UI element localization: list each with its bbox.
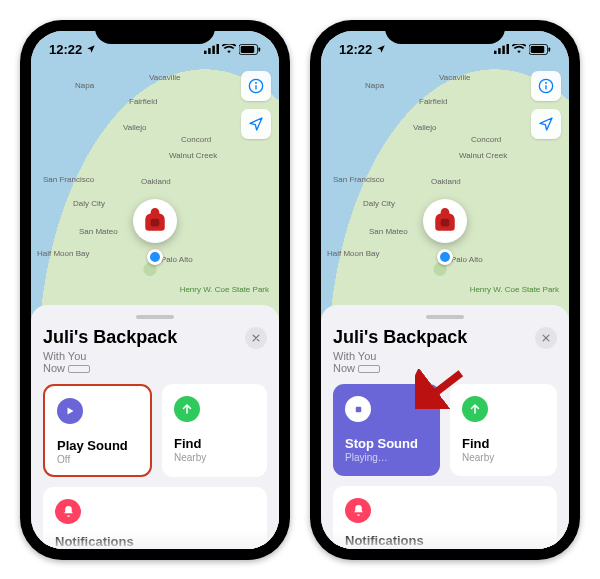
map-locate-button[interactable] bbox=[241, 109, 271, 139]
battery-level-icon bbox=[358, 365, 380, 373]
svg-rect-2 bbox=[212, 46, 215, 54]
svg-rect-10 bbox=[151, 219, 160, 227]
backpack-icon bbox=[142, 208, 168, 234]
tracked-item-pin[interactable] bbox=[133, 199, 177, 243]
location-arrow-icon bbox=[248, 116, 264, 132]
svg-point-19 bbox=[545, 82, 547, 84]
notch bbox=[95, 20, 215, 44]
location-services-icon bbox=[86, 44, 96, 54]
map-info-button[interactable] bbox=[531, 71, 561, 101]
cellular-icon bbox=[204, 44, 219, 54]
item-sheet[interactable]: Juli's Backpack With You Now bbox=[321, 305, 569, 549]
screen: 12:22 Vacaville Fairfield Napa Concord W… bbox=[321, 31, 569, 549]
sheet-header: Juli's Backpack With You Now bbox=[43, 327, 267, 374]
map-city-label: Vallejo bbox=[123, 123, 146, 132]
info-icon bbox=[248, 78, 264, 94]
close-button[interactable] bbox=[535, 327, 557, 349]
map-city-label: San Mateo bbox=[79, 227, 118, 236]
svg-rect-14 bbox=[507, 44, 510, 54]
user-location-dot bbox=[437, 249, 453, 265]
location-arrow-icon bbox=[538, 116, 554, 132]
map-city-label: Palo Alto bbox=[161, 255, 193, 264]
map-controls bbox=[241, 71, 271, 139]
map-city-label: San Francisco bbox=[43, 175, 94, 184]
svg-rect-16 bbox=[531, 46, 545, 53]
svg-rect-9 bbox=[255, 85, 256, 90]
find-status: Nearby bbox=[462, 452, 545, 463]
svg-rect-20 bbox=[545, 85, 546, 90]
map-controls bbox=[531, 71, 561, 139]
map-poi-label: Henry W. Coe State Park bbox=[470, 285, 559, 294]
phone-left: 12:22 Vacaville Fairfield Napa Concord W… bbox=[20, 20, 290, 560]
map-city-label: Vallejo bbox=[413, 123, 436, 132]
location-services-icon bbox=[376, 44, 386, 54]
item-subtitle: With You Now bbox=[43, 350, 177, 374]
map-locate-button[interactable] bbox=[531, 109, 561, 139]
map-city-label: Concord bbox=[471, 135, 501, 144]
sheet-grabber[interactable] bbox=[426, 315, 464, 319]
bell-icon bbox=[55, 499, 81, 524]
svg-rect-6 bbox=[258, 47, 260, 51]
map-city-label: Walnut Creek bbox=[169, 151, 217, 160]
battery-icon bbox=[239, 44, 261, 55]
map-city-label: Half Moon Bay bbox=[37, 249, 89, 258]
action-cards-row: Play Sound Off Find Nearby bbox=[43, 384, 267, 477]
close-icon bbox=[251, 333, 261, 343]
find-arrow-icon bbox=[462, 396, 488, 422]
backpack-icon bbox=[432, 208, 458, 234]
svg-rect-1 bbox=[208, 48, 211, 54]
sheet-header: Juli's Backpack With You Now bbox=[333, 327, 557, 374]
info-icon bbox=[538, 78, 554, 94]
notifications-title: Notifications bbox=[55, 534, 255, 549]
notifications-card[interactable]: Notifications bbox=[333, 486, 557, 549]
map-city-label: San Mateo bbox=[369, 227, 408, 236]
tracked-item-pin[interactable] bbox=[423, 199, 467, 243]
stop-icon bbox=[345, 396, 371, 422]
map-city-label: Fairfield bbox=[129, 97, 157, 106]
play-sound-card[interactable]: Play Sound Off bbox=[43, 384, 152, 477]
status-time: 12:22 bbox=[339, 42, 372, 57]
svg-rect-5 bbox=[241, 46, 255, 53]
svg-rect-17 bbox=[548, 47, 550, 51]
notch bbox=[385, 20, 505, 44]
map-city-label: Vacaville bbox=[149, 73, 180, 82]
map-city-label: Walnut Creek bbox=[459, 151, 507, 160]
item-sheet[interactable]: Juli's Backpack With You Now bbox=[31, 305, 279, 549]
map-city-label: Oakland bbox=[431, 177, 461, 186]
cellular-icon bbox=[494, 44, 509, 54]
find-card[interactable]: Find Nearby bbox=[450, 384, 557, 476]
screen: 12:22 Vacaville Fairfield Napa Concord W… bbox=[31, 31, 279, 549]
item-title: Juli's Backpack bbox=[333, 327, 467, 348]
find-title: Find bbox=[174, 436, 255, 451]
svg-rect-0 bbox=[204, 51, 207, 54]
map-city-label: San Francisco bbox=[333, 175, 384, 184]
play-icon bbox=[57, 398, 83, 424]
sheet-grabber[interactable] bbox=[136, 315, 174, 319]
svg-rect-13 bbox=[502, 46, 505, 54]
stop-sound-status: Playing… bbox=[345, 452, 428, 463]
map-city-label: Oakland bbox=[141, 177, 171, 186]
find-arrow-icon bbox=[174, 396, 200, 422]
wifi-icon bbox=[512, 44, 526, 54]
bell-icon bbox=[345, 498, 371, 523]
svg-rect-11 bbox=[494, 51, 497, 54]
play-sound-title: Play Sound bbox=[57, 438, 138, 453]
svg-rect-3 bbox=[217, 44, 220, 54]
map-city-label: Half Moon Bay bbox=[327, 249, 379, 258]
svg-rect-21 bbox=[441, 219, 450, 227]
svg-rect-22 bbox=[355, 406, 361, 412]
action-cards-row: Stop Sound Playing… Find Nearby bbox=[333, 384, 557, 476]
find-card[interactable]: Find Nearby bbox=[162, 384, 267, 477]
map-city-label: Vacaville bbox=[439, 73, 470, 82]
map-poi-label: Henry W. Coe State Park bbox=[180, 285, 269, 294]
find-status: Nearby bbox=[174, 452, 255, 463]
status-time: 12:22 bbox=[49, 42, 82, 57]
notifications-card[interactable]: Notifications bbox=[43, 487, 267, 549]
map-city-label: Napa bbox=[75, 81, 94, 90]
find-title: Find bbox=[462, 436, 545, 451]
close-button[interactable] bbox=[245, 327, 267, 349]
phone-right: 12:22 Vacaville Fairfield Napa Concord W… bbox=[310, 20, 580, 560]
map-city-label: Palo Alto bbox=[451, 255, 483, 264]
stop-sound-card[interactable]: Stop Sound Playing… bbox=[333, 384, 440, 476]
map-info-button[interactable] bbox=[241, 71, 271, 101]
